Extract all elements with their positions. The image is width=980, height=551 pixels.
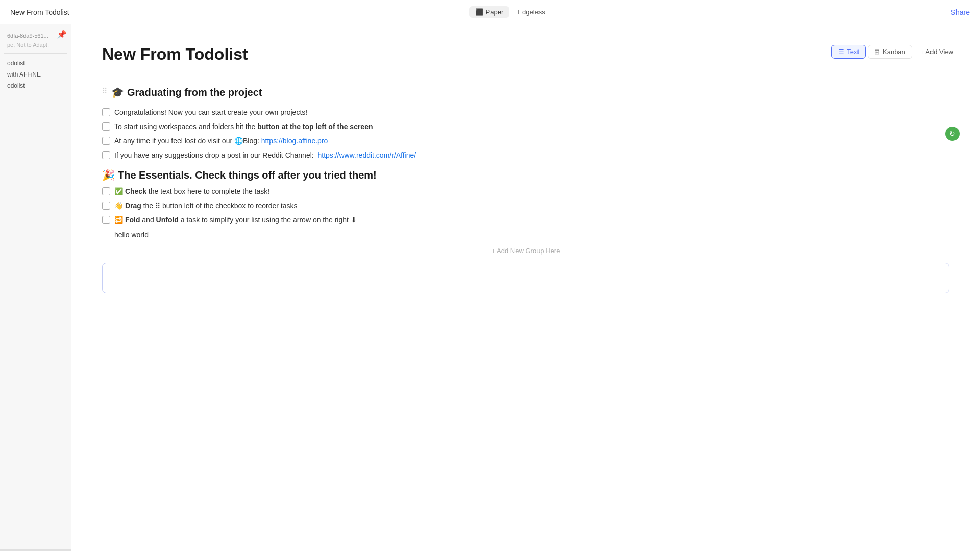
view-controls: ☰ Text ⊞ Kanban + Add View [831,45,960,59]
main-layout: 📌 6dfa-8da9-561... pe, Not to Adapt. odo… [0,24,980,551]
sidebar-nav-affine[interactable]: with AFFiNE [4,69,67,80]
checkbox-6[interactable] [102,202,110,210]
add-group-button[interactable]: + Add New Group Here [492,247,560,255]
sidebar-scrollbar[interactable] [0,549,71,551]
graduation-emoji: 🎓 [111,86,124,98]
sync-icon[interactable]: ↻ [945,127,960,141]
sidebar: 📌 6dfa-8da9-561... pe, Not to Adapt. odo… [0,24,71,551]
section-heading-1: 🎓Graduating from the project [111,86,262,98]
todo-item-5: ✅ Check the text box here to complete th… [102,186,949,197]
topbar-title: New From Todolist [10,8,69,16]
topbar-center: ⬛ Paper Edgeless [469,6,551,18]
list-icon: ☰ [838,48,844,56]
essentials-emoji: 🎉 [102,169,115,181]
kanban-icon: ⊞ [874,48,880,56]
checkbox-5[interactable] [102,187,110,195]
todo-item-6: 👋 Drag the ⠿ button left of the checkbox… [102,201,949,211]
plain-text: hello world [114,231,949,239]
new-group-container[interactable] [102,263,949,293]
add-group-row: + Add New Group Here [102,247,949,255]
checkbox-4[interactable] [102,151,110,159]
todo-item-7: 🔁 Fold and Unfold a task to simplify you… [102,215,949,226]
todo-item-1: Congratulations! Now you can start creat… [102,107,949,118]
todo-text-6: 👋 Drag the ⠿ button left of the checkbox… [114,201,298,211]
todo-item-2: To start using workspaces and folders hi… [102,121,949,132]
todo-text-3: At any time if you feel lost do visit ou… [114,136,328,146]
share-button[interactable]: Share [951,8,970,16]
reddit-link[interactable]: https://www.reddit.com/r/Affine/ [317,151,416,159]
todo-text-1: Congratulations! Now you can start creat… [114,107,307,118]
section-heading-2: 🎉 The Essentials. Check things off after… [102,169,949,181]
tab-edgeless[interactable]: Edgeless [511,6,551,18]
group-line-left [102,251,486,251]
sidebar-item-sub: pe, Not to Adapt. [4,41,67,49]
sidebar-divider [4,53,67,54]
checkbox-1[interactable] [102,108,110,116]
todo-text-4: If you have any suggestions drop a post … [114,150,416,161]
group-line-right [565,251,949,251]
drag-handle-1[interactable]: ⠿ [102,87,107,95]
checkbox-2[interactable] [102,122,110,131]
checkbox-7[interactable] [102,216,110,224]
sidebar-nav-todolist-1[interactable]: odolist [4,58,67,69]
add-view-button[interactable]: + Add View [914,45,960,58]
pin-icon[interactable]: 📌 [57,30,67,39]
todo-text-5: ✅ Check the text box here to complete th… [114,186,270,197]
section-essentials: 🎉 The Essentials. Check things off after… [102,169,949,226]
tab-paper[interactable]: ⬛ Paper [469,6,510,18]
section-graduating: ⠿ 🎓Graduating from the project Congratul… [102,78,949,161]
topbar: New From Todolist ⬛ Paper Edgeless Share [0,0,980,24]
todo-item-3: At any time if you feel lost do visit ou… [102,136,949,146]
content-area: ☰ Text ⊞ Kanban + Add View ↻ New From To… [71,24,980,551]
todo-text-2: To start using workspaces and folders hi… [114,121,373,132]
view-text-button[interactable]: ☰ Text [831,45,866,59]
todo-text-7: 🔁 Fold and Unfold a task to simplify you… [114,215,357,226]
todo-item-4: If you have any suggestions drop a post … [102,150,949,161]
checkbox-3[interactable] [102,137,110,145]
sidebar-nav-todolist-2[interactable]: odolist [4,80,67,91]
paper-icon: ⬛ [475,8,483,16]
page-title: New From Todolist [102,45,949,64]
affine-blog-link[interactable]: https://blog.affine.pro [261,137,328,145]
view-kanban-button[interactable]: ⊞ Kanban [868,45,912,59]
